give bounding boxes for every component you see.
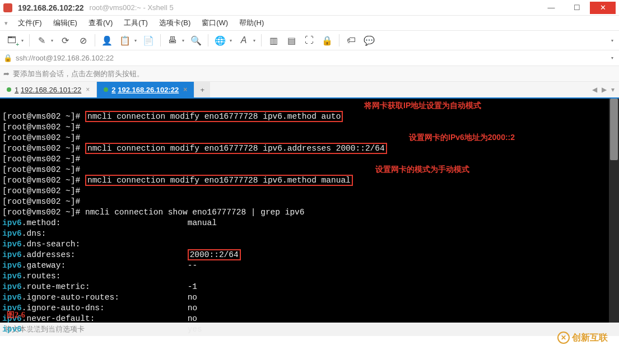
tab-strip: 1 192.168.26.101:22 × 2 192.168.26.102:2… xyxy=(0,82,619,99)
annotation: 设置网卡的模式为手动模式 xyxy=(375,164,469,175)
address-bar: 🔒 ssh://root@192.168.26.102:22 ▾ xyxy=(0,50,619,66)
hint-bar: ➦ 要添加当前会话，点击左侧的箭头按钮。 xyxy=(0,66,619,82)
tab-number: 2 xyxy=(111,86,115,94)
title-bar: 192.168.26.102:22 root@vms002:~ - Xshell… xyxy=(0,0,619,16)
tab-label: 192.168.26.102:22 xyxy=(118,86,179,94)
minimize-button[interactable]: — xyxy=(538,2,564,14)
tag-button[interactable]: 🏷 xyxy=(343,32,360,48)
layout1-button[interactable]: ▥ xyxy=(265,32,282,48)
highlight-box: 2000::2/64 xyxy=(188,249,241,260)
tab-label: 192.168.26.101:22 xyxy=(21,86,81,94)
hint-arrow-icon[interactable]: ➦ xyxy=(3,69,10,78)
annotation: 设置网卡的IPv6地址为2000::2 xyxy=(409,132,515,143)
menu-bar: ▾ 文件(F) 编辑(E) 查看(V) 工具(T) 选项卡(B) 窗口(W) 帮… xyxy=(0,16,619,30)
figure-label: 图2-6 xyxy=(7,310,25,320)
scrollbar-thumb[interactable] xyxy=(610,99,618,160)
maximize-button[interactable]: ☐ xyxy=(564,2,590,14)
annotation: 将网卡获取IP地址设置为自动模式 xyxy=(364,100,481,111)
tab-number: 1 xyxy=(15,86,18,94)
terminal-output[interactable]: [root@vms002 ~]# nmcli connection modify… xyxy=(0,99,609,323)
new-session-button[interactable]: 🗔+ xyxy=(3,32,20,48)
address-overflow-icon[interactable]: ▾ xyxy=(611,55,613,60)
copy-button[interactable]: 📋 xyxy=(117,32,133,48)
watermark: ✕ 创新互联 xyxy=(557,332,608,344)
layout2-button[interactable]: ▤ xyxy=(283,32,300,48)
menu-tabs[interactable]: 选项卡(B) xyxy=(153,18,196,28)
add-tab-button[interactable]: + xyxy=(194,82,210,97)
hint-text: 要添加当前会话，点击左侧的箭头按钮。 xyxy=(13,69,144,79)
tab-session-1[interactable]: 1 192.168.26.101:22 × xyxy=(0,82,97,97)
app-icon xyxy=(3,3,12,12)
menu-view[interactable]: 查看(V) xyxy=(83,18,118,28)
scrollbar[interactable] xyxy=(609,99,619,323)
tab-nav: ◀ ▶ ▾ xyxy=(588,82,619,97)
disconnect-button[interactable]: ⊘ xyxy=(75,32,91,48)
menu-window[interactable]: 窗口(W) xyxy=(196,18,234,28)
menu-file[interactable]: 文件(F) xyxy=(12,18,48,28)
connect-button[interactable]: ✎ xyxy=(33,32,50,48)
tab-close-icon[interactable]: × xyxy=(86,86,90,94)
lock-button[interactable]: 🔒 xyxy=(319,32,336,48)
print-button[interactable]: 🖶 xyxy=(164,32,181,48)
profile-button[interactable]: 👤 xyxy=(99,32,115,48)
highlight-box: nmcli connection modify eno16777728 ipv6… xyxy=(85,111,343,122)
lock-icon: 🔒 xyxy=(3,54,12,62)
highlight-box: nmcli connection modify eno16777728 ipv6… xyxy=(85,143,387,154)
toolbar: 🗔+▾ ✎▾ ⟳ ⊘ 👤 📋▾ 📄 🖶▾ 🔍 🌐▾ A▾ ▥ ▤ ⛶ 🔒 🏷 💬… xyxy=(0,30,619,50)
menu-tools[interactable]: 工具(T) xyxy=(118,18,153,28)
tab-close-icon[interactable]: × xyxy=(183,86,187,94)
chat-button[interactable]: 💬 xyxy=(361,32,378,48)
status-dot-icon xyxy=(7,87,11,92)
find-button[interactable]: 🔍 xyxy=(188,32,204,48)
tab-next-icon[interactable]: ▶ xyxy=(602,86,607,94)
highlight-box: nmcli connection modify eno16777728 ipv6… xyxy=(85,175,353,186)
reconnect-button[interactable]: ⟳ xyxy=(57,32,73,48)
address-url[interactable]: ssh://root@192.168.26.102:22 xyxy=(16,54,114,62)
menu-help[interactable]: 帮助(H) xyxy=(234,18,269,28)
menu-edit[interactable]: 编辑(E) xyxy=(48,18,83,28)
watermark-icon: ✕ xyxy=(557,332,570,344)
window-title: 192.168.26.102:22 xyxy=(18,3,84,12)
tab-list-icon[interactable]: ▾ xyxy=(611,86,615,94)
tab-session-2[interactable]: 2 192.168.26.102:22 × xyxy=(97,82,194,97)
paste-button[interactable]: 📄 xyxy=(140,32,157,48)
close-button[interactable]: ✕ xyxy=(590,2,616,14)
status-dot-icon xyxy=(104,87,108,92)
globe-button[interactable]: 🌐 xyxy=(212,32,229,48)
tab-prev-icon[interactable]: ◀ xyxy=(592,86,597,94)
watermark-text: 创新互联 xyxy=(572,332,608,344)
font-button[interactable]: A xyxy=(235,32,252,48)
window-subtitle: root@vms002:~ - Xshell 5 xyxy=(90,3,174,12)
terminal-pane[interactable]: [root@vms002 ~]# nmcli connection modify… xyxy=(0,99,619,323)
fullscreen-button[interactable]: ⛶ xyxy=(301,32,318,48)
toolbar-overflow-icon[interactable]: ▾ xyxy=(611,38,613,43)
menu-dropdown-icon[interactable]: ▾ xyxy=(4,20,8,27)
